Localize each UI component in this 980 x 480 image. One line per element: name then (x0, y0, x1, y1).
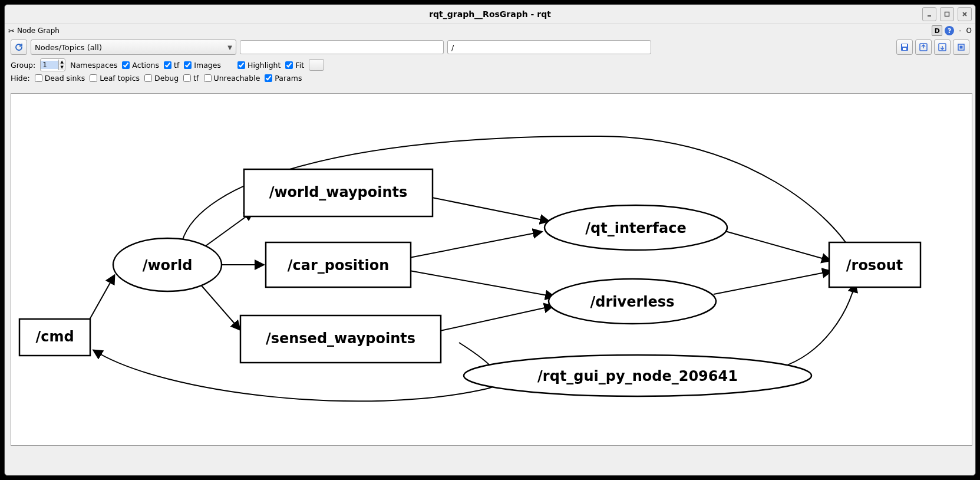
save-button[interactable] (896, 40, 913, 55)
group-spinner-value[interactable] (41, 61, 58, 69)
params-label: Params (275, 74, 302, 83)
params-checkbox[interactable] (265, 74, 272, 82)
debug-label: Debug (154, 74, 179, 83)
debug-checkbox[interactable] (144, 74, 152, 82)
minimize-button[interactable] (922, 7, 936, 21)
edge-swp-driverless (440, 306, 553, 331)
svg-text:/rosout: /rosout (846, 257, 903, 274)
svg-rect-1 (945, 12, 949, 17)
svg-rect-5 (902, 44, 907, 47)
tf-hide-checkbox[interactable] (183, 74, 191, 82)
svg-text:/rqt_gui_py_node_209641: /rqt_gui_py_node_209641 (537, 368, 738, 384)
svg-text:/sensed_waypoints: /sensed_waypoints (266, 330, 415, 347)
svg-text:/driverless: /driverless (590, 294, 675, 310)
edge-wwp-qt (432, 198, 549, 221)
unreachable-checkbox[interactable] (204, 74, 212, 82)
topic-filter-input[interactable] (447, 40, 651, 54)
spin-down-icon[interactable]: ▼ (59, 65, 65, 70)
edge-world-swp (200, 284, 240, 330)
tf-hide-label: tf (193, 74, 199, 83)
dock-dash-button[interactable]: - (956, 27, 963, 35)
edge-cpos-qt (410, 232, 542, 258)
tf-group-checkbox[interactable] (164, 61, 171, 69)
topic-cmd[interactable]: /cmd (19, 319, 90, 356)
dock-undock-button[interactable]: O (966, 27, 972, 35)
topic-car-position[interactable]: /car_position (266, 242, 411, 287)
images-checkbox[interactable] (184, 61, 192, 69)
tf-group-label: tf (174, 61, 179, 70)
namespaces-label: Namespaces (70, 61, 117, 70)
svg-text:/world_waypoints: /world_waypoints (269, 184, 408, 200)
highlight-label: Highlight (248, 61, 281, 70)
node-driverless[interactable]: /driverless (549, 279, 716, 324)
fit-label: Fit (295, 61, 304, 70)
svg-text:/world: /world (143, 257, 193, 274)
fit-view-button[interactable] (953, 40, 969, 55)
group-spinner[interactable]: ▲▼ (40, 58, 65, 71)
leaftopics-checkbox[interactable] (90, 74, 97, 82)
help-button[interactable]: ? (945, 26, 954, 35)
actions-label: Actions (132, 61, 159, 70)
node-rqt-gui[interactable]: /rqt_gui_py_node_209641 (464, 355, 811, 396)
svg-rect-6 (903, 48, 906, 50)
svg-rect-10 (960, 46, 963, 49)
dock-d-button[interactable]: D (932, 25, 942, 36)
hide-label: Hide: (11, 74, 30, 83)
svg-text:/car_position: /car_position (288, 257, 389, 274)
node-filter-input[interactable] (240, 40, 444, 54)
close-button[interactable] (958, 7, 972, 21)
window-title: rqt_graph__RosGraph - rqt (5, 9, 975, 19)
edge-rqtgui-rosout (781, 284, 855, 367)
svg-text:/qt_interface: /qt_interface (585, 220, 686, 236)
refresh-button[interactable] (11, 40, 27, 55)
chevron-down-icon: ▼ (227, 44, 232, 51)
edge-driverless-rosout (714, 271, 831, 294)
leaftopics-label: Leaf topics (100, 74, 140, 83)
dock-title: Node Graph (17, 27, 60, 35)
node-qt-interface[interactable]: /qt_interface (545, 205, 727, 250)
dropdown-label: Nodes/Topics (all) (35, 43, 102, 52)
scissors-icon: ✂ (8, 27, 15, 35)
fit-checkbox[interactable] (285, 61, 293, 69)
deadsinks-checkbox[interactable] (35, 74, 42, 82)
topic-world-waypoints[interactable]: /world_waypoints (244, 169, 433, 216)
edge-cpos-driverless (410, 271, 554, 297)
export-button[interactable] (934, 40, 951, 55)
graph-canvas[interactable]: /cmd /world_waypoints /car_position /sen… (11, 93, 972, 446)
load-button[interactable] (915, 40, 932, 55)
svg-text:/cmd: /cmd (35, 328, 74, 345)
color-swatch[interactable] (309, 59, 324, 71)
actions-checkbox[interactable] (122, 61, 130, 69)
unreachable-label: Unreachable (214, 74, 260, 83)
edge-qt-rosout (723, 231, 830, 261)
highlight-checkbox[interactable] (237, 61, 245, 69)
spin-up-icon[interactable]: ▲ (59, 60, 65, 65)
node-world[interactable]: /world (113, 238, 222, 291)
topic-sensed-waypoints[interactable]: /sensed_waypoints (240, 315, 441, 363)
deadsinks-label: Dead sinks (45, 74, 85, 83)
topic-rosout[interactable]: /rosout (829, 242, 920, 287)
maximize-button[interactable] (940, 7, 954, 21)
images-label: Images (194, 61, 221, 70)
view-mode-dropdown[interactable]: Nodes/Topics (all) ▼ (31, 40, 236, 55)
group-label: Group: (11, 61, 35, 70)
